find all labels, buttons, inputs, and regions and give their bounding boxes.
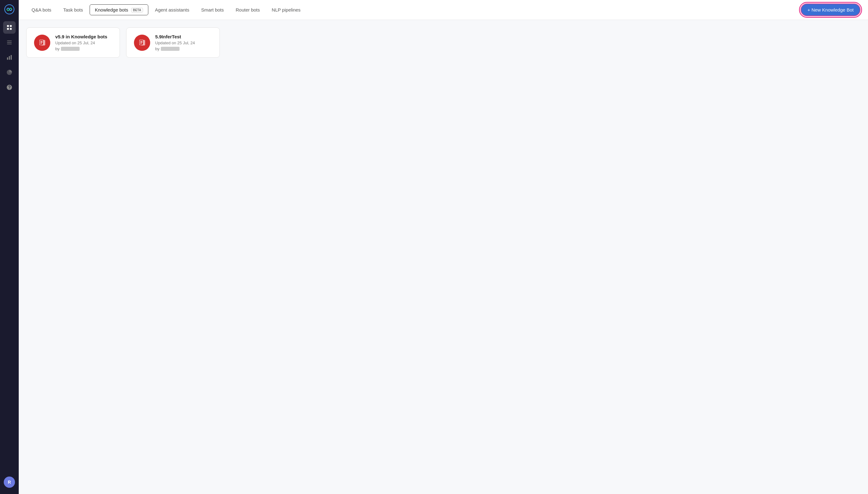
author-redacted-1 bbox=[61, 47, 79, 51]
svg-rect-1 bbox=[7, 25, 9, 27]
svg-rect-9 bbox=[9, 56, 10, 60]
main-content: Q&A bots Task bots Knowledge bots BETA A… bbox=[19, 0, 868, 494]
bot-card-2[interactable]: 5.9InferTest Updated on 25 Jul, 24 by bbox=[126, 27, 220, 58]
sidebar: R bbox=[0, 0, 19, 494]
author-redacted-2 bbox=[161, 47, 180, 51]
svg-rect-4 bbox=[10, 28, 12, 30]
tab-router-bots[interactable]: Router bots bbox=[231, 4, 266, 15]
bot-updated-1: Updated on 25 Jul, 24 bbox=[55, 40, 107, 45]
bots-grid: v5.9 in Knowledge bots Updated on 25 Jul… bbox=[26, 27, 861, 58]
tab-knowledge-bots[interactable]: Knowledge bots BETA bbox=[90, 4, 148, 16]
svg-rect-2 bbox=[10, 25, 12, 27]
sidebar-nav bbox=[3, 21, 16, 477]
svg-rect-10 bbox=[11, 55, 12, 60]
tab-smart-bots[interactable]: Smart bots bbox=[196, 4, 229, 15]
sidebar-item-grid[interactable] bbox=[3, 21, 16, 34]
sidebar-bottom: R bbox=[4, 477, 15, 490]
svg-rect-8 bbox=[7, 57, 8, 60]
svg-rect-3 bbox=[7, 28, 9, 30]
svg-rect-15 bbox=[41, 42, 43, 42]
bot-info-2: 5.9InferTest Updated on 25 Jul, 24 by bbox=[155, 34, 195, 51]
svg-rect-22 bbox=[141, 43, 142, 44]
bot-updated-2: Updated on 25 Jul, 24 bbox=[155, 40, 195, 45]
bot-icon-1 bbox=[34, 35, 50, 51]
svg-rect-14 bbox=[41, 41, 43, 41]
tab-task-bots[interactable]: Task bots bbox=[58, 4, 88, 15]
svg-rect-20 bbox=[141, 41, 143, 41]
bot-name-2: 5.9InferTest bbox=[155, 34, 195, 39]
topbar-actions: + New Knowledge Bot bbox=[800, 3, 861, 16]
bot-author-2: by bbox=[155, 46, 195, 51]
tab-nlp-pipelines[interactable]: NLP pipelines bbox=[266, 4, 306, 15]
svg-rect-5 bbox=[7, 40, 12, 41]
bot-name-1: v5.9 in Knowledge bots bbox=[55, 34, 107, 39]
sidebar-item-list[interactable] bbox=[3, 36, 16, 49]
svg-rect-7 bbox=[7, 44, 12, 44]
bots-content: v5.9 in Knowledge bots Updated on 25 Jul… bbox=[19, 20, 868, 494]
svg-rect-16 bbox=[41, 43, 42, 44]
beta-badge: BETA bbox=[131, 8, 143, 13]
bot-info-1: v5.9 in Knowledge bots Updated on 25 Jul… bbox=[55, 34, 107, 51]
svg-rect-21 bbox=[141, 42, 143, 42]
svg-rect-6 bbox=[7, 42, 12, 43]
tab-agent-assistants[interactable]: Agent assistants bbox=[149, 4, 195, 15]
user-avatar[interactable]: R bbox=[4, 477, 15, 488]
sidebar-item-chart[interactable] bbox=[3, 51, 16, 64]
topbar: Q&A bots Task bots Knowledge bots BETA A… bbox=[19, 0, 868, 20]
bot-icon-2 bbox=[134, 35, 150, 51]
sidebar-item-pie[interactable] bbox=[3, 66, 16, 79]
bot-author-1: by bbox=[55, 46, 107, 51]
bot-card-1[interactable]: v5.9 in Knowledge bots Updated on 25 Jul… bbox=[26, 27, 120, 58]
new-knowledge-bot-button[interactable]: + New Knowledge Bot bbox=[800, 3, 861, 16]
tab-qa-bots[interactable]: Q&A bots bbox=[26, 4, 56, 15]
sidebar-item-help[interactable] bbox=[3, 81, 16, 94]
app-logo[interactable] bbox=[4, 4, 15, 15]
